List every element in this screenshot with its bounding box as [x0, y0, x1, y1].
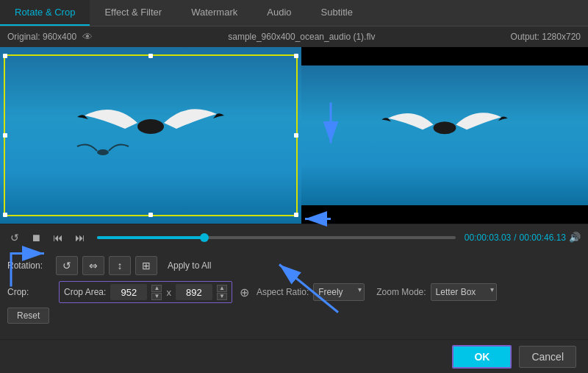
- output-resolution: Output: 1280x720: [511, 32, 581, 42]
- eye-icon[interactable]: 👁: [82, 31, 93, 43]
- right-video-area: [301, 65, 588, 205]
- crop-handle-tr[interactable]: [294, 54, 298, 58]
- crop-width-input[interactable]: [110, 284, 147, 300]
- rotation-label: Rotation:: [7, 260, 51, 271]
- tab-subtitle[interactable]: Subtitle: [306, 0, 368, 26]
- crop-handle-ml[interactable]: [3, 133, 7, 138]
- bird-right: [364, 87, 526, 175]
- black-bar-top: [301, 47, 588, 65]
- crop-area-label: Crop Area:: [64, 287, 106, 297]
- crop-handle-br[interactable]: [294, 213, 298, 217]
- apply-to-all-button[interactable]: Apply to All: [162, 259, 217, 272]
- crop-height-spinner: ▲ ▼: [217, 285, 227, 300]
- crop-row: Crop: Crop Area: ▲ ▼ x ▲ ▼ ⊕ Aspect Rati…: [7, 281, 581, 303]
- preview-area: [0, 47, 588, 224]
- crop-width-down[interactable]: ▼: [151, 293, 162, 300]
- progress-thumb: [200, 233, 209, 242]
- aspect-ratio-select[interactable]: Freely 16:9 4:3 1:1: [313, 283, 365, 301]
- zoom-mode-group: Zoom Mode: Letter Box Pan & Scan Full: [376, 283, 496, 301]
- svg-point-2: [434, 121, 456, 134]
- tab-rotate-crop[interactable]: Rotate & Crop: [0, 0, 90, 26]
- aspect-ratio-select-wrapper: Freely 16:9 4:3 1:1: [313, 283, 365, 301]
- crop-width-spinner: ▲ ▼: [151, 285, 162, 300]
- bottom-bar: OK Cancel: [0, 339, 588, 373]
- dimension-separator: x: [166, 287, 171, 298]
- total-time: 00:00:46.13: [520, 232, 566, 243]
- zoom-mode-select-wrapper: Letter Box Pan & Scan Full: [431, 283, 497, 301]
- reset-button[interactable]: Reset: [7, 308, 49, 324]
- crop-handle-tm[interactable]: [148, 54, 153, 58]
- crop-height-down[interactable]: ▼: [217, 293, 227, 300]
- preview-right: [301, 47, 588, 224]
- filename: sample_960x400_ocean_audio (1).flv: [228, 32, 375, 42]
- volume-icon[interactable]: 🔊: [569, 232, 581, 243]
- prev-frame-button[interactable]: ⏮: [50, 230, 66, 245]
- crop-handle-mr[interactable]: [294, 133, 298, 138]
- reset-row: Reset: [7, 308, 581, 324]
- ok-button[interactable]: OK: [452, 345, 512, 369]
- zoom-mode-select[interactable]: Letter Box Pan & Scan Full: [431, 283, 497, 301]
- expand-button[interactable]: ⊕: [240, 285, 249, 299]
- crop-handle-bm[interactable]: [148, 213, 153, 217]
- crop-area-group: Crop Area: ▲ ▼ x ▲ ▼: [59, 281, 232, 303]
- playback-bar: ↺ ⏹ ⏮ ⏭ 00:00:03.03 / 00:00:46.13 🔊: [0, 224, 588, 250]
- zoom-mode-label: Zoom Mode:: [376, 287, 426, 297]
- tab-watermark[interactable]: Watermark: [176, 0, 252, 26]
- rotation-row: Rotation: ↺ ⇔ ↕ ⊞ Apply to All: [7, 256, 581, 275]
- options-row: Aspect Ratio: Freely 16:9 4:3 1:1 Zoom M…: [257, 283, 497, 301]
- current-time: 00:00:03.03: [465, 232, 511, 243]
- flip-v-button[interactable]: ↕: [109, 256, 131, 275]
- preview-left: [0, 47, 301, 224]
- cancel-button[interactable]: Cancel: [519, 346, 576, 368]
- info-bar: Original: 960x400 👁 sample_960x400_ocean…: [0, 26, 588, 47]
- rewind-button[interactable]: ↺: [7, 230, 22, 245]
- aspect-ratio-label: Aspect Ratio:: [257, 287, 309, 297]
- stop-button[interactable]: ⏹: [28, 230, 44, 245]
- original-resolution: Original: 960x400: [7, 32, 76, 42]
- crop-height-up[interactable]: ▲: [217, 285, 227, 292]
- tab-audio[interactable]: Audio: [252, 0, 306, 26]
- crop-handle-tl[interactable]: [3, 54, 7, 58]
- aspect-ratio-group: Aspect Ratio: Freely 16:9 4:3 1:1: [257, 283, 365, 301]
- crop-handle-bl[interactable]: [3, 213, 7, 217]
- crop-label: Crop:: [7, 287, 51, 297]
- flip-h-button[interactable]: ⇔: [82, 256, 104, 275]
- crop-width-up[interactable]: ▲: [151, 285, 162, 292]
- crop-icon-button[interactable]: ⊞: [135, 256, 157, 275]
- crop-border[interactable]: [4, 54, 298, 216]
- tab-bar: Rotate & Crop Effect & Filter Watermark …: [0, 0, 588, 26]
- progress-fill: [97, 236, 204, 239]
- controls-panel: Rotation: ↺ ⇔ ↕ ⊞ Apply to All Crop: Cro…: [0, 250, 588, 330]
- progress-bar[interactable]: [97, 236, 456, 239]
- next-frame-button[interactable]: ⏭: [72, 230, 88, 245]
- time-display: 00:00:03.03 / 00:00:46.13 🔊: [465, 232, 581, 243]
- tab-effect-filter[interactable]: Effect & Filter: [90, 0, 176, 26]
- crop-height-input[interactable]: [176, 284, 212, 300]
- black-bar-bottom: [301, 205, 588, 224]
- rotate-left-button[interactable]: ↺: [56, 256, 78, 275]
